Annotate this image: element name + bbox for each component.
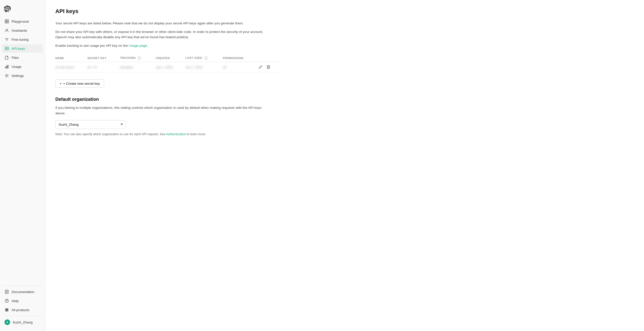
files-icon: [5, 55, 9, 60]
sidebar-item-help-label: Help: [12, 299, 19, 303]
description-1: Your secret API keys are listed below. P…: [55, 21, 272, 26]
row-permissions-value: All: [223, 65, 226, 69]
sidebar-item-playground-label: Playground: [12, 20, 29, 23]
tracking-suffix: .: [147, 44, 148, 48]
svg-point-16: [6, 310, 6, 310]
col-header-permissions: PERMISSIONS: [223, 54, 258, 62]
svg-point-12: [7, 302, 7, 302]
sidebar-item-help[interactable]: Help: [2, 297, 43, 305]
settings-icon: [5, 73, 9, 78]
row-actions: [258, 62, 282, 72]
sidebar-item-api-keys-label: API keys: [12, 47, 25, 51]
create-secret-key-button[interactable]: + + Create new secret key: [55, 79, 104, 88]
sidebar-item-usage[interactable]: Usage: [2, 62, 43, 71]
trash-icon: [266, 65, 270, 69]
row-name: sk-key-name: [55, 62, 88, 72]
default-org-section-title: Default organization: [55, 97, 634, 102]
svg-rect-1: [7, 20, 9, 21]
row-created-value: Jan 1, 2024: [156, 65, 173, 69]
playground-icon: [5, 19, 9, 24]
note-prefix: Note: You can also specify which organiz…: [55, 132, 166, 136]
sidebar-item-assistants-label: Assistants: [12, 29, 27, 32]
sidebar-item-assistants[interactable]: Assistants: [2, 26, 43, 35]
sidebar-item-usage-label: Usage: [12, 65, 21, 69]
svg-rect-2: [5, 22, 7, 23]
org-select-container: Suzhi_Zhang: [55, 120, 126, 129]
svg-point-14: [7, 309, 7, 309]
sidebar-item-settings-label: Settings: [12, 74, 24, 78]
col-header-secret-key: SECRET KEY: [88, 54, 120, 62]
authentication-link[interactable]: Authentication: [166, 132, 186, 136]
sidebar-item-files-label: Files: [12, 56, 19, 60]
row-secret-key: sk- ••••: [88, 62, 120, 72]
svg-point-13: [6, 309, 6, 309]
assistants-icon: [5, 28, 9, 33]
org-select[interactable]: Suzhi_Zhang: [55, 120, 126, 129]
sidebar-item-fine-tuning-label: Fine-tuning: [12, 38, 29, 41]
sidebar-nav: Playground Assistants Fine-tuning: [0, 17, 45, 283]
svg-rect-6: [5, 67, 6, 68]
create-btn-icon: +: [60, 82, 62, 85]
api-keys-table: NAME SECRET KEY TRACKING i CREATED LAST …: [55, 54, 282, 72]
description-2: Do not share your API key with others, o…: [55, 29, 272, 40]
edit-icon: [258, 65, 262, 69]
sidebar-item-fine-tuning[interactable]: Fine-tuning: [2, 35, 43, 44]
help-icon: [5, 299, 9, 303]
fine-tuning-icon: [5, 37, 9, 42]
col-header-name: NAME: [55, 54, 88, 62]
delete-key-button[interactable]: [266, 65, 271, 70]
usage-page-link[interactable]: Usage page: [129, 44, 147, 48]
last-used-info-icon: i: [204, 56, 208, 60]
usage-icon: [5, 64, 9, 69]
svg-point-15: [8, 309, 8, 309]
create-btn-label: + Create new secret key: [63, 82, 100, 85]
api-keys-icon: [5, 46, 9, 51]
svg-point-19: [6, 311, 6, 311]
row-tracking-value: Disabled: [120, 65, 133, 69]
note-suffix: to learn more.: [186, 132, 206, 136]
col-header-actions: [258, 54, 282, 62]
sidebar: Playground Assistants Fine-tuning: [0, 0, 45, 331]
svg-rect-3: [7, 22, 9, 23]
table-row: sk-key-name sk- •••• Disabled Jan 1, 202…: [55, 62, 282, 72]
row-permissions: All: [223, 62, 258, 72]
svg-point-9: [6, 75, 7, 76]
row-last-used: Jan 2, 2024: [185, 62, 223, 72]
svg-rect-7: [7, 66, 7, 68]
tracking-info-icon: i: [138, 56, 141, 60]
sidebar-item-settings[interactable]: Settings: [2, 71, 43, 80]
note: Note: You can also specify which organiz…: [55, 132, 231, 136]
svg-rect-8: [8, 65, 8, 68]
username: Suzhi_Zhang: [13, 320, 33, 324]
row-action-buttons: [258, 65, 279, 70]
default-org-description: If you belong to multiple organizations,…: [55, 105, 272, 116]
svg-point-21: [8, 311, 8, 311]
tracking-description: Enable tracking to see usage per API key…: [55, 43, 272, 49]
svg-point-17: [7, 310, 7, 310]
svg-rect-0: [5, 20, 7, 21]
col-header-last-used: LAST USED i: [185, 54, 223, 62]
openai-logo-icon: [4, 6, 11, 13]
api-keys-table-container: NAME SECRET KEY TRACKING i CREATED LAST …: [55, 54, 634, 72]
sidebar-user[interactable]: S Suzhi_Zhang: [2, 317, 43, 327]
sidebar-item-all-products-label: All products: [12, 308, 29, 312]
svg-point-20: [7, 311, 7, 311]
main-content: API keys Your secret API keys are listed…: [45, 0, 644, 331]
sidebar-bottom: Documentation Help: [0, 283, 45, 328]
sidebar-item-api-keys[interactable]: API keys: [2, 44, 43, 53]
sidebar-item-playground[interactable]: Playground: [2, 17, 43, 26]
page-title: API keys: [55, 8, 634, 15]
sidebar-item-documentation[interactable]: Documentation: [2, 288, 43, 296]
tracking-text: Enable tracking to see usage per API key…: [55, 44, 129, 48]
row-created: Jan 1, 2024: [156, 62, 185, 72]
divider-2: [2, 316, 43, 316]
avatar: S: [5, 319, 10, 325]
svg-point-18: [8, 310, 8, 310]
sidebar-item-files[interactable]: Files: [2, 53, 43, 62]
col-header-tracking: TRACKING i: [120, 54, 156, 62]
docs-icon: [5, 290, 9, 294]
row-tracking: Disabled: [120, 62, 156, 72]
sidebar-item-all-products[interactable]: All products: [2, 306, 43, 314]
svg-point-4: [6, 29, 8, 31]
edit-key-button[interactable]: [258, 65, 263, 70]
